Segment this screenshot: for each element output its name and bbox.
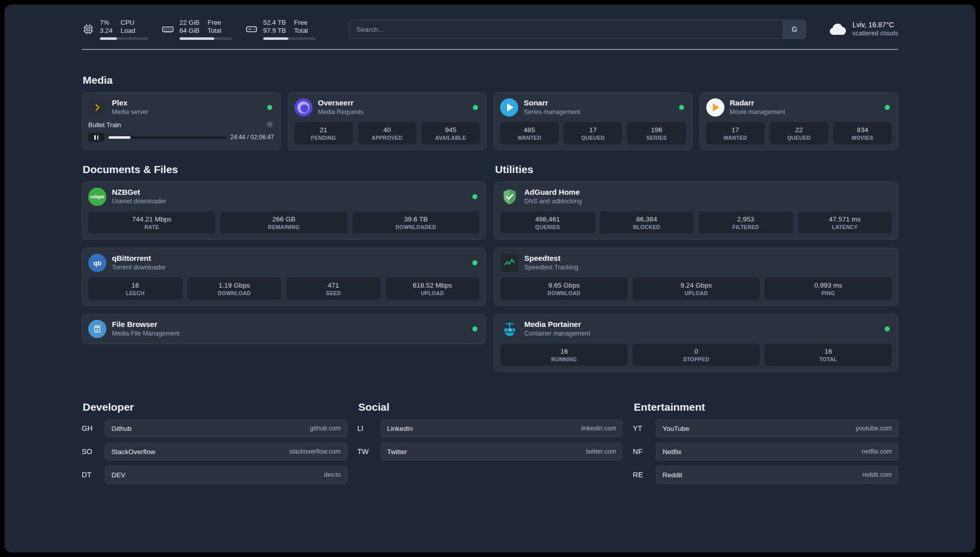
stat-running: 16 RUNNING <box>501 344 628 366</box>
service-subtitle: Speedtest Tracking <box>524 263 578 272</box>
service-subtitle: DNS and adblocking <box>524 197 582 206</box>
stat-queued: 22 QUEUED <box>770 122 828 144</box>
plex-now-playing: Bullet Train <box>88 121 274 142</box>
service-title[interactable]: AdGuard Home <box>524 188 582 197</box>
service-title[interactable]: Radarr <box>730 98 785 107</box>
memory-icon <box>161 23 174 36</box>
bookmark-group-developer: Developer GH Github github.com SO StackO… <box>82 401 347 484</box>
bookmark-abbr: RE <box>633 471 656 479</box>
stat-upload: 9.24 Gbps UPLOAD <box>633 277 760 300</box>
service-title[interactable]: qBittorrent <box>112 254 166 263</box>
disk-progress-fill <box>263 37 288 40</box>
gear-icon[interactable] <box>266 121 274 129</box>
service-card-sonarr[interactable]: Sonarr Series management 485 WANTED 17 Q… <box>494 92 693 150</box>
topbar-divider <box>82 49 898 50</box>
bookmark-abbr: SO <box>82 448 105 456</box>
filebrowser-icon <box>88 320 106 338</box>
stat-download: 1.19 Gbps DOWNLOAD <box>188 277 282 300</box>
stat-pending: 21 PENDING <box>294 122 353 144</box>
bookmark-link[interactable]: StackOverflow stackoverflow.com <box>105 442 347 461</box>
status-badge <box>679 105 684 110</box>
bookmark-link[interactable]: DEV dev.to <box>105 466 347 484</box>
disk-total-value: 97.9 TB <box>263 27 286 35</box>
pause-button[interactable] <box>88 133 104 142</box>
stat-filtered: 2,953 FILTERED <box>699 211 793 234</box>
service-card-adguard[interactable]: AdGuard Home DNS and adblocking 498,461 … <box>494 182 898 240</box>
disk-free-value: 52.4 TB <box>263 19 286 27</box>
status-badge <box>885 105 890 110</box>
memory-progress-track <box>179 37 232 40</box>
bookmark-link[interactable]: LinkedIn linkedin.com <box>381 419 623 437</box>
cpu-icon <box>82 23 95 36</box>
stat-available: 945 AVAILABLE <box>421 122 480 144</box>
media-heading: Media <box>83 74 898 86</box>
cpu-usage-label: CPU <box>120 19 135 27</box>
stat-stopped: 0 STOPPED <box>633 344 760 366</box>
bookmark-link[interactable]: Twitter twitter.com <box>381 442 623 461</box>
service-title[interactable]: Speedtest <box>524 254 578 263</box>
service-title[interactable]: Media Portainer <box>524 320 590 329</box>
plex-icon <box>88 98 106 117</box>
top-bar: 7% 3.24 CPU Load <box>82 19 898 40</box>
service-card-qbittorrent[interactable]: qb qBittorrent Torrent downloader 16 LEE… <box>82 248 486 306</box>
entertainment-heading: Entertainment <box>634 401 898 413</box>
adguard-icon <box>501 188 519 206</box>
service-card-radarr[interactable]: Radarr Movie management 17 WANTED 22 QUE… <box>700 92 899 150</box>
service-subtitle: Container management <box>524 329 590 338</box>
search-input[interactable] <box>349 20 783 38</box>
service-title[interactable]: Overseerr <box>318 98 363 107</box>
stat-seed: 471 SEED <box>286 277 381 300</box>
social-heading: Social <box>358 401 623 413</box>
service-card-nzbget[interactable]: nzbget NZBGet Usenet downloader 744.21 M… <box>82 182 486 240</box>
service-subtitle: Media Requests <box>318 107 363 117</box>
service-title[interactable]: File Browser <box>112 320 179 329</box>
bookmark-abbr: DT <box>82 471 105 479</box>
bookmark-github: GH Github github.com <box>82 419 347 437</box>
status-badge <box>472 260 477 265</box>
service-subtitle: Movie management <box>730 107 785 117</box>
section-documents: Documents & Files nzbget NZBGet Usenet d… <box>82 163 486 372</box>
memory-progress-fill <box>179 37 214 40</box>
service-card-speedtest[interactable]: Speedtest Speedtest Tracking 9.65 Gbps D… <box>494 248 898 306</box>
service-title[interactable]: NZBGet <box>112 188 166 197</box>
bookmark-dev: DT DEV dev.to <box>82 466 347 484</box>
bookmark-stackoverflow: SO StackOverflow stackoverflow.com <box>82 442 347 461</box>
service-title[interactable]: Plex <box>112 98 148 107</box>
stat-movies: 834 MOVIES <box>833 122 892 144</box>
bookmark-link[interactable]: Github github.com <box>105 419 347 437</box>
service-subtitle: Series management <box>524 107 580 117</box>
disk-total-label: Total <box>294 27 308 35</box>
overseerr-icon <box>294 98 313 117</box>
service-card-overseerr[interactable]: Overseerr Media Requests 21 PENDING 40 A… <box>288 92 487 150</box>
bookmark-link[interactable]: Reddit reddit.com <box>656 466 898 484</box>
stat-leech: 16 LEECH <box>88 277 182 300</box>
status-badge <box>885 326 890 331</box>
memory-widget: 22 GiB 64 GiB Free Total <box>161 19 232 40</box>
service-subtitle: Torrent downloader <box>112 263 166 272</box>
disk-free-label: Free <box>294 19 308 27</box>
stat-downloaded: 39.6 TB DOWNLOADED <box>352 211 479 234</box>
bookmark-reddit: RE Reddit reddit.com <box>633 466 898 484</box>
disk-progress-track <box>263 37 316 40</box>
nzbget-icon: nzbget <box>88 188 106 206</box>
bookmark-abbr: YT <box>633 424 656 432</box>
service-subtitle: Media File Management <box>112 329 179 338</box>
bookmark-group-entertainment: Entertainment YT YouTube youtube.com NF … <box>633 401 898 484</box>
stat-upload: 618.52 Mbps UPLOAD <box>386 277 480 300</box>
service-card-plex[interactable]: Plex Media server Bullet Train <box>82 92 281 150</box>
memory-total-label: Total <box>208 27 221 35</box>
service-card-filebrowser[interactable]: File Browser Media File Management <box>82 314 486 344</box>
stat-rate: 744.21 Mbps RATE <box>88 211 215 234</box>
playback-progress-track <box>108 136 226 139</box>
bookmark-link[interactable]: Netflix netflix.com <box>656 442 898 461</box>
status-badge <box>267 105 272 110</box>
service-card-portainer[interactable]: Media Portainer Container management 16 … <box>494 314 898 372</box>
cpu-usage-value: 7% <box>100 19 112 27</box>
service-title[interactable]: Sonarr <box>524 98 580 107</box>
section-utilities: Utilities <box>494 163 898 372</box>
search-provider-button[interactable]: G <box>783 20 806 38</box>
sonarr-icon <box>500 98 518 117</box>
bookmark-link[interactable]: YouTube youtube.com <box>656 419 898 437</box>
stat-series: 196 SERIES <box>627 122 686 144</box>
qbittorrent-icon: qb <box>88 254 106 272</box>
